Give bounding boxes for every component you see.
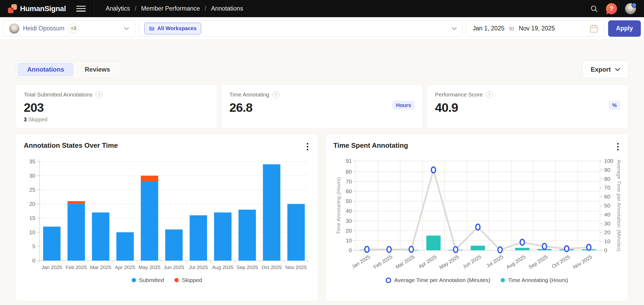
svg-text:Apr 2025: Apr 2025 bbox=[115, 265, 135, 270]
stat-label: Performance Score ? bbox=[435, 91, 620, 98]
svg-text:Feb 2025: Feb 2025 bbox=[372, 254, 393, 270]
apply-button[interactable]: Apply bbox=[608, 20, 641, 37]
topbar-divider bbox=[94, 0, 94, 17]
member-extra-count: +3 bbox=[68, 23, 79, 34]
svg-text:50: 50 bbox=[346, 198, 352, 204]
member-name: Heidi Opossum bbox=[23, 25, 64, 32]
svg-text:90: 90 bbox=[604, 167, 610, 173]
topbar-actions: ? bbox=[590, 3, 636, 14]
chart-legend: Average Time per Annotation (Minutes)Tim… bbox=[333, 277, 620, 283]
svg-text:40: 40 bbox=[346, 208, 352, 214]
stat-card-total-submitted: Total Submitted Annotations ? 203 3Skipp… bbox=[16, 85, 217, 129]
chart-header: Time Spent Annotating bbox=[333, 141, 620, 156]
tab-reviews[interactable]: Reviews bbox=[75, 63, 120, 76]
stats-row: Total Submitted Annotations ? 203 3Skipp… bbox=[16, 85, 628, 129]
svg-text:15: 15 bbox=[29, 215, 35, 221]
svg-text:30: 30 bbox=[604, 220, 610, 227]
date-range-input[interactable]: Jan 1, 2025 to Nov 19, 2025 bbox=[466, 20, 604, 37]
brand-logo[interactable]: HumanSignal bbox=[8, 4, 66, 13]
workspace-chip-label: All Workspaces bbox=[157, 25, 197, 31]
svg-text:20: 20 bbox=[346, 228, 352, 234]
breadcrumb-analytics[interactable]: Analytics bbox=[106, 5, 130, 12]
svg-text:80: 80 bbox=[346, 169, 352, 175]
svg-text:10: 10 bbox=[29, 229, 35, 235]
chart-title: Time Spent Annotating bbox=[333, 141, 408, 150]
svg-text:Time Annotating (Hours): Time Annotating (Hours) bbox=[336, 177, 341, 234]
chart-legend: SubmittedSkipped bbox=[24, 277, 310, 283]
legend-marker bbox=[132, 278, 136, 282]
notification-dot bbox=[632, 3, 637, 8]
legend-item[interactable]: Average Time per Annotation (Minutes) bbox=[386, 277, 490, 283]
more-options-icon[interactable] bbox=[615, 141, 620, 152]
svg-text:Jun 2025: Jun 2025 bbox=[462, 254, 482, 270]
svg-text:30: 30 bbox=[346, 218, 352, 224]
chart-header: Annotation States Over Time bbox=[24, 141, 310, 156]
svg-text:40: 40 bbox=[604, 211, 610, 218]
breadcrumb-annotations[interactable]: Annotations bbox=[211, 5, 243, 12]
legend-item[interactable]: Time Annotating (Hours) bbox=[501, 277, 568, 283]
svg-text:Apr 2025: Apr 2025 bbox=[418, 254, 438, 270]
brand-logo-icon bbox=[8, 4, 17, 13]
stat-value: 40.9 bbox=[435, 100, 620, 115]
legend-label: Time Annotating (Hours) bbox=[508, 277, 568, 283]
legend-item[interactable]: Skipped bbox=[174, 277, 202, 283]
svg-text:Aug 2025: Aug 2025 bbox=[505, 254, 527, 270]
tab-annotations[interactable]: Annotations bbox=[18, 63, 74, 76]
svg-text:10: 10 bbox=[346, 237, 352, 243]
workspace-select[interactable]: All Workspaces bbox=[139, 20, 462, 37]
legend-label: Average Time per Annotation (Minutes) bbox=[394, 277, 490, 283]
svg-text:Sep 2025: Sep 2025 bbox=[528, 254, 549, 270]
info-icon[interactable]: ? bbox=[272, 91, 279, 98]
tab-group: Annotations Reviews bbox=[16, 61, 122, 78]
chart-annotation-states: Annotation States Over Time 051015202530… bbox=[16, 134, 318, 301]
svg-text:Mar 2025: Mar 2025 bbox=[395, 254, 415, 270]
svg-text:0: 0 bbox=[604, 247, 607, 253]
date-to-word: to bbox=[509, 25, 514, 32]
user-avatar[interactable] bbox=[625, 3, 636, 14]
filter-bar: Heidi Opossum +3 All Workspaces Jan 1, 2… bbox=[0, 17, 644, 40]
svg-text:Sep 2025: Sep 2025 bbox=[236, 265, 258, 270]
member-avatar bbox=[9, 24, 19, 34]
breadcrumb-separator: / bbox=[135, 5, 136, 12]
calendar-icon[interactable] bbox=[590, 24, 598, 33]
workspace-chip[interactable]: All Workspaces bbox=[144, 23, 201, 34]
svg-text:10: 10 bbox=[604, 238, 610, 244]
export-button[interactable]: Export bbox=[583, 61, 628, 78]
svg-text:Jun 2025: Jun 2025 bbox=[164, 265, 184, 270]
svg-text:25: 25 bbox=[29, 187, 35, 193]
svg-text:Jan 2025: Jan 2025 bbox=[41, 265, 62, 270]
svg-text:Jul 2025: Jul 2025 bbox=[189, 265, 208, 270]
svg-text:5: 5 bbox=[32, 243, 35, 249]
search-icon[interactable] bbox=[590, 5, 598, 13]
stacked-bar-chart: 05101520253035Jan 2025Feb 2025Mar 2025Ap… bbox=[24, 156, 310, 274]
svg-text:50: 50 bbox=[604, 202, 610, 209]
date-to: Nov 19, 2025 bbox=[519, 25, 555, 32]
legend-item[interactable]: Submitted bbox=[132, 277, 164, 283]
chevron-down-icon bbox=[615, 68, 620, 71]
chart-time-spent: Time Spent Annotating 010203040506070809… bbox=[325, 134, 628, 301]
svg-text:80: 80 bbox=[604, 176, 610, 182]
stat-card-performance-score: Performance Score ? 40.9 % bbox=[427, 85, 628, 129]
help-icon[interactable]: ? bbox=[606, 3, 617, 14]
folder-icon bbox=[149, 26, 155, 31]
breadcrumb: Analytics / Member Performance / Annotat… bbox=[106, 5, 243, 12]
charts-row: Annotation States Over Time 051015202530… bbox=[16, 134, 628, 301]
legend-marker bbox=[174, 278, 179, 282]
svg-text:May 2025: May 2025 bbox=[438, 254, 460, 270]
chart-title: Annotation States Over Time bbox=[24, 141, 118, 150]
breadcrumb-member-performance[interactable]: Member Performance bbox=[141, 5, 200, 12]
date-from: Jan 1, 2025 bbox=[473, 25, 504, 32]
svg-text:100: 100 bbox=[604, 158, 613, 164]
menu-icon[interactable] bbox=[76, 5, 86, 12]
stat-label: Total Submitted Annotations ? bbox=[24, 91, 209, 98]
info-icon[interactable]: ? bbox=[486, 91, 493, 98]
svg-text:60: 60 bbox=[604, 193, 610, 200]
legend-marker bbox=[501, 278, 505, 282]
svg-text:20: 20 bbox=[604, 229, 610, 235]
legend-label: Submitted bbox=[139, 277, 164, 283]
main-content: Annotations Reviews Export Total Submitt… bbox=[0, 40, 644, 301]
member-select[interactable]: Heidi Opossum +3 bbox=[3, 20, 135, 37]
info-icon[interactable]: ? bbox=[96, 91, 102, 98]
svg-text:Jan 2025: Jan 2025 bbox=[351, 254, 371, 270]
more-options-icon[interactable] bbox=[305, 141, 310, 152]
